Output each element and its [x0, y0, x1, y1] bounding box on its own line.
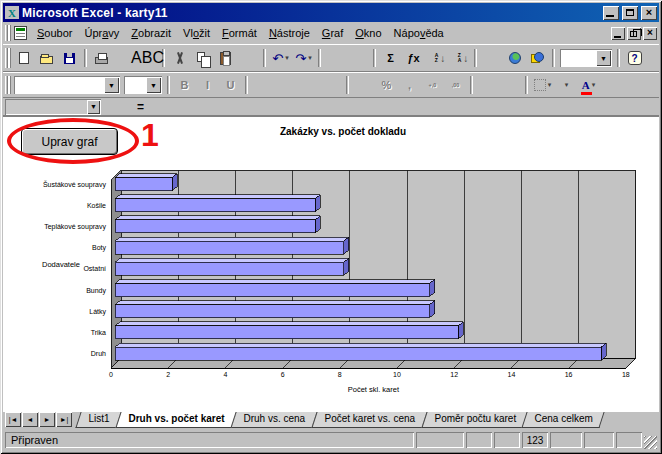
chart-bar[interactable]: [115, 284, 430, 297]
new-button[interactable]: [12, 48, 35, 69]
zoom-dropdown-button[interactable]: ▼: [596, 50, 611, 66]
chart-bar[interactable]: [115, 178, 172, 191]
chevron-down-icon[interactable]: ▾: [565, 81, 569, 89]
redo-button[interactable]: ↷▾: [292, 48, 315, 69]
chevron-down-icon[interactable]: ▾: [548, 81, 552, 89]
chevron-down-icon[interactable]: ▾: [308, 54, 312, 62]
chart-bar[interactable]: [115, 199, 315, 212]
sheet-tab[interactable]: Poměr počtu karet: [421, 412, 528, 428]
sort-descending-icon: ZA: [458, 53, 462, 64]
currency-style-button[interactable]: [352, 75, 375, 96]
align-right-button[interactable]: [297, 75, 320, 96]
status-box: [416, 432, 464, 448]
sheet-tab-label: List1: [88, 413, 109, 424]
menu-item-format[interactable]: Formát: [216, 25, 263, 41]
italic-button[interactable]: I: [196, 75, 219, 96]
align-left-button[interactable]: [251, 75, 274, 96]
save-button[interactable]: [58, 48, 81, 69]
workbook-close-button[interactable]: ×: [643, 27, 657, 40]
chart-bar[interactable]: [115, 326, 458, 339]
menu-item-zobrazit[interactable]: Zobrazit: [125, 25, 177, 41]
toolbar-grip[interactable]: [5, 76, 8, 94]
workbook-icon[interactable]: [14, 26, 27, 40]
resize-grip[interactable]: [644, 436, 657, 449]
help-button[interactable]: ?: [623, 48, 646, 69]
menu-item-napoveda[interactable]: Nápověda: [388, 25, 450, 41]
increase-indent-button[interactable]: [499, 75, 522, 96]
drawing-button[interactable]: [526, 48, 549, 69]
print-button[interactable]: [90, 48, 113, 69]
sheet-tab[interactable]: List1: [75, 412, 121, 428]
menu-item-upravy[interactable]: Úpravy: [78, 25, 125, 41]
font-name-dropdown-button[interactable]: ▼: [104, 77, 119, 93]
tab-scroll-next-button[interactable]: ►: [39, 412, 55, 427]
web-toolbar-button[interactable]: [347, 48, 370, 69]
bold-button[interactable]: B: [173, 75, 196, 96]
align-center-button[interactable]: [274, 75, 297, 96]
decrease-decimal-button[interactable]: ,00: [444, 75, 467, 96]
name-box[interactable]: ▼: [5, 99, 101, 115]
font-size-select[interactable]: ▼: [124, 76, 162, 94]
chart-bar[interactable]: [115, 220, 315, 233]
font-name-select[interactable]: ▼: [14, 76, 120, 94]
fill-color-button[interactable]: ▾: [554, 75, 577, 96]
insert-hyperlink-button[interactable]: [324, 48, 347, 69]
minimize-button[interactable]: [603, 6, 619, 20]
menu-item-graf[interactable]: Graf: [316, 25, 349, 41]
font-size-dropdown-button[interactable]: ▼: [146, 77, 161, 93]
uprav-graf-button[interactable]: Uprav graf: [21, 128, 118, 155]
underline-button[interactable]: U: [219, 75, 242, 96]
x-axis-title: Počet skl. karet: [348, 385, 400, 394]
sort-ascending-button[interactable]: AZ: [425, 48, 448, 69]
merge-center-button[interactable]: [320, 75, 343, 96]
copy-button[interactable]: [191, 48, 214, 69]
sheet-tab[interactable]: Druh vs. cena: [231, 412, 318, 428]
borders-button[interactable]: ▾: [531, 75, 554, 96]
menubar-grip[interactable]: [5, 25, 8, 41]
workbook-minimize-button[interactable]: [611, 27, 625, 40]
chart-wizard-button[interactable]: [480, 48, 503, 69]
paste-button[interactable]: [214, 48, 237, 69]
percent-style-button[interactable]: %: [375, 75, 398, 96]
bar-top-face: [115, 343, 606, 347]
tab-scroll-first-button[interactable]: |◄: [5, 412, 21, 427]
maximize-button[interactable]: [622, 6, 638, 20]
toolbar-grip[interactable]: [5, 48, 8, 67]
undo-button[interactable]: ↶▾: [269, 48, 292, 69]
chevron-down-icon[interactable]: ▾: [592, 81, 596, 89]
menu-item-nastroje[interactable]: Nástroje: [263, 25, 316, 41]
close-button[interactable]: ×: [641, 6, 657, 20]
sheet-tab[interactable]: Počet karet vs. cena: [311, 412, 427, 428]
autosum-button[interactable]: Σ: [379, 48, 402, 69]
chart-bar[interactable]: [115, 347, 601, 360]
zoom-select[interactable]: ▼: [560, 49, 612, 67]
help-icon: ?: [628, 51, 642, 65]
chart-bar[interactable]: [115, 241, 344, 254]
sort-descending-button[interactable]: ZA: [448, 48, 471, 69]
sheet-tab-bar: |◄ ◄ ► ►| List1Druh vs. počet karetDruh …: [3, 411, 659, 429]
decrease-indent-button[interactable]: [476, 75, 499, 96]
menu-item-okno[interactable]: Okno: [349, 25, 387, 41]
open-button[interactable]: [35, 48, 58, 69]
font-color-button[interactable]: A▾: [577, 75, 600, 96]
map-button[interactable]: [503, 48, 526, 69]
sheet-tab[interactable]: Druh vs. počet karet: [116, 412, 237, 428]
tab-scroll-previous-button[interactable]: ◄: [22, 412, 38, 427]
tab-scroll-last-button[interactable]: ►|: [56, 412, 72, 427]
workbook-restore-button[interactable]: [627, 27, 641, 40]
name-box-dropdown-button[interactable]: ▼: [87, 100, 100, 114]
cut-button[interactable]: [168, 48, 191, 69]
sheet-tab[interactable]: Cena celkem: [522, 412, 606, 428]
paste-function-button[interactable]: ƒx: [402, 48, 425, 69]
spelling-button[interactable]: ABC: [136, 48, 159, 69]
menu-item-vlozit[interactable]: Vložit: [177, 25, 216, 41]
menu-item-soubor[interactable]: Soubor: [31, 25, 78, 41]
chevron-down-icon[interactable]: ▾: [285, 54, 289, 62]
category-label: Trika: [91, 329, 106, 336]
chart-bar[interactable]: [115, 305, 430, 318]
comma-style-button[interactable]: ,: [398, 75, 421, 96]
chart-bar[interactable]: [115, 262, 344, 275]
format-painter-button[interactable]: [237, 48, 260, 69]
status-box: [584, 432, 614, 448]
increase-decimal-button[interactable]: +,0: [421, 75, 444, 96]
